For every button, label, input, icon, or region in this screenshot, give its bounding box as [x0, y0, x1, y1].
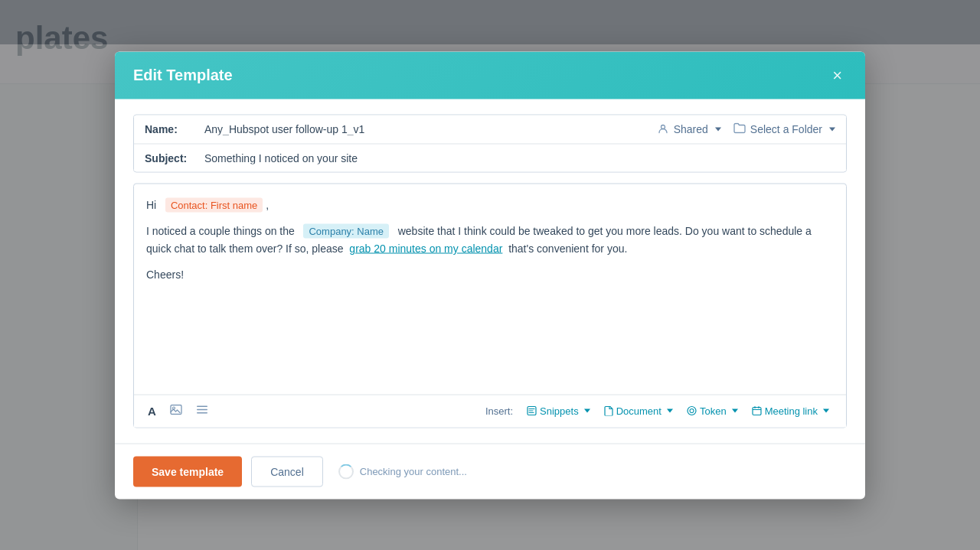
- checking-text: Checking your content...: [360, 466, 467, 477]
- subject-input[interactable]: [204, 151, 835, 164]
- subject-label: Subject:: [145, 151, 198, 164]
- toolbar-left: A: [145, 401, 211, 421]
- greeting-paragraph: Hi Contact: First name ,: [146, 196, 834, 213]
- name-row: Name: Shared: [134, 115, 846, 143]
- document-chevron-icon: [667, 409, 673, 413]
- document-label: Document: [616, 405, 662, 417]
- name-label: Name:: [145, 123, 198, 135]
- text-format-button[interactable]: A: [145, 402, 159, 421]
- cancel-button[interactable]: Cancel: [251, 456, 323, 487]
- toolbar-right: Insert: Snippets D: [485, 402, 835, 420]
- subject-row: Subject:: [134, 143, 846, 171]
- editor-toolbar: A: [134, 394, 846, 427]
- para1-end: that's convenient for you.: [508, 242, 627, 255]
- snippets-label: Snippets: [540, 405, 579, 417]
- company-token[interactable]: Company: Name: [303, 224, 389, 239]
- close-button[interactable]: ×: [828, 65, 847, 85]
- svg-point-0: [661, 125, 665, 129]
- folder-chevron-icon: [829, 127, 835, 131]
- snippets-icon: [527, 406, 537, 416]
- select-folder-button[interactable]: Select a Folder: [733, 122, 835, 135]
- greeting-text: Hi: [146, 198, 156, 210]
- image-button[interactable]: [167, 401, 185, 421]
- modal-header: Edit Template ×: [115, 51, 865, 99]
- svg-point-7: [688, 407, 696, 415]
- save-template-button[interactable]: Save template: [133, 456, 242, 487]
- document-icon: [604, 406, 613, 416]
- meeting-link-chevron-icon: [823, 409, 829, 413]
- modal-body: Name: Shared: [115, 99, 865, 443]
- image-icon: [170, 404, 182, 418]
- checking-status: Checking your content...: [338, 464, 467, 479]
- contact-token[interactable]: Contact: First name: [165, 197, 263, 212]
- meeting-link-icon: [752, 406, 762, 416]
- token-icon: [687, 406, 697, 416]
- text-format-icon: A: [148, 405, 156, 418]
- modal-title: Edit Template: [133, 67, 233, 84]
- svg-rect-3: [197, 405, 207, 407]
- snippets-chevron-icon: [584, 409, 590, 413]
- editor-area[interactable]: Hi Contact: First name , I noticed a cou…: [133, 183, 847, 428]
- insert-label: Insert:: [485, 405, 513, 417]
- shared-label: Shared: [674, 123, 708, 135]
- meeting-link-button[interactable]: Meeting link: [746, 402, 835, 420]
- folder-icon: [733, 122, 746, 135]
- body-paragraph: I noticed a couple things on the Company…: [146, 223, 834, 257]
- svg-rect-4: [197, 408, 207, 410]
- name-input[interactable]: [204, 123, 657, 135]
- svg-point-8: [690, 409, 694, 413]
- svg-point-2: [172, 407, 175, 409]
- name-actions: Shared Select a Folder: [657, 122, 835, 135]
- meeting-link-label: Meeting link: [765, 405, 818, 417]
- token-label: Token: [700, 405, 727, 417]
- para1-before: I noticed a couple things on the: [146, 225, 295, 237]
- select-folder-label: Select a Folder: [750, 123, 822, 135]
- fields-group: Name: Shared: [133, 114, 847, 172]
- loading-spinner: [338, 464, 354, 479]
- more-options-icon: [196, 404, 208, 418]
- shared-button[interactable]: Shared: [657, 123, 721, 135]
- token-chevron-icon: [732, 409, 738, 413]
- token-button[interactable]: Token: [681, 402, 744, 420]
- editor-content: Hi Contact: First name , I noticed a cou…: [146, 196, 834, 283]
- modal-footer: Save template Cancel Checking your conte…: [115, 443, 865, 499]
- closing-text: Cheers!: [146, 268, 184, 281]
- svg-rect-5: [197, 412, 207, 414]
- closing-paragraph: Cheers!: [146, 266, 834, 283]
- svg-rect-9: [753, 408, 761, 415]
- more-options-button[interactable]: [193, 401, 211, 421]
- calendar-link[interactable]: grab 20 minutes on my calendar: [349, 242, 502, 255]
- person-icon: [657, 123, 669, 135]
- edit-template-modal: Edit Template × Name:: [115, 51, 865, 499]
- shared-chevron-icon: [715, 127, 721, 131]
- document-button[interactable]: Document: [598, 402, 679, 420]
- snippets-button[interactable]: Snippets: [521, 402, 596, 420]
